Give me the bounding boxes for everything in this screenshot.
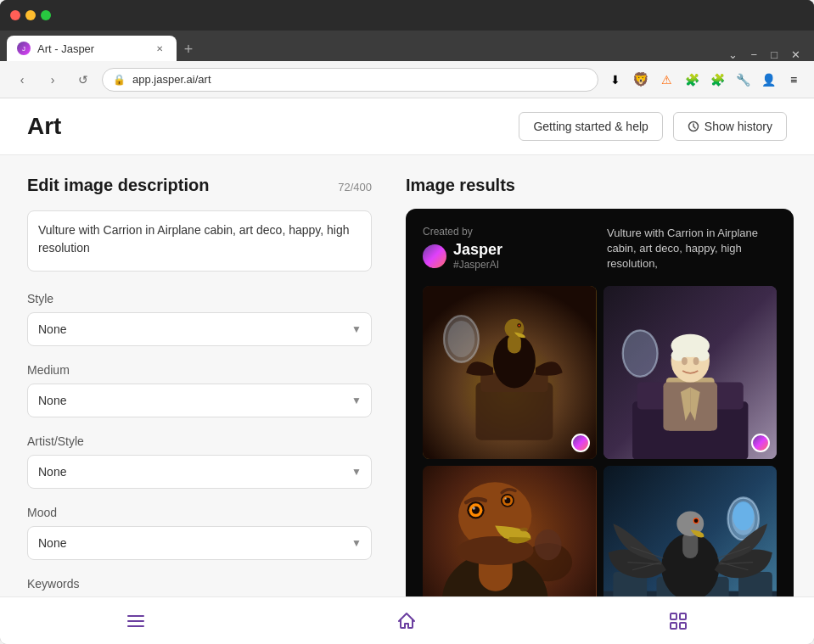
description-textarea[interactable]: Vulture with Carrion in Airplane cabin, …	[27, 210, 372, 272]
result-image-3[interactable]	[423, 466, 597, 596]
image-2-jasper-badge	[751, 434, 770, 452]
download-icon[interactable]: ⬇	[605, 70, 626, 90]
address-bar[interactable]: 🔒 app.jasper.ai/art	[102, 68, 598, 92]
right-panel: Image results Created by Jasper #JasperA…	[399, 155, 814, 596]
svg-point-42	[733, 501, 754, 530]
brave-lion-icon[interactable]: 🦁	[631, 70, 651, 90]
result-image-2[interactable]	[603, 286, 778, 460]
keywords-label: Keywords	[27, 577, 372, 591]
window-close-button[interactable]: ✕	[791, 48, 800, 61]
bottom-home-button[interactable]	[373, 604, 441, 638]
lock-icon: 🔒	[113, 74, 126, 86]
page-content: Art Getting started & help Show history …	[0, 98, 814, 644]
tab-favicon: J	[17, 42, 31, 55]
keywords-field-group: Keywords None ▼	[27, 577, 372, 596]
image-results-card: Created by Jasper #JasperAI Vulture with…	[406, 209, 794, 596]
vulture-seat-image	[423, 286, 597, 460]
mood-select[interactable]: None	[27, 526, 372, 560]
style-select-wrapper: None ▼	[27, 312, 372, 346]
artist-style-select[interactable]: None	[27, 455, 372, 489]
svg-point-22	[693, 357, 699, 365]
result-image-1[interactable]	[423, 286, 597, 460]
prompt-display-text: Vulture with Carrion in Airplane cabin, …	[607, 226, 777, 272]
extension-2-icon[interactable]: 🧩	[707, 70, 727, 90]
artist-style-field-group: Artist/Style None ▼	[27, 434, 372, 489]
svg-point-3	[448, 320, 475, 356]
extension-1-icon[interactable]: 🧩	[682, 70, 702, 90]
window-maximize-button[interactable]: □	[771, 48, 778, 61]
back-button[interactable]: ‹	[10, 68, 34, 92]
bottom-grid-button[interactable]	[644, 604, 712, 638]
browser-frame: J Art - Jasper ✕ + ⌄ − □ ✕ ‹ › ↺ 🔒 app.j…	[0, 0, 814, 644]
tab-close-button[interactable]: ✕	[153, 42, 166, 55]
main-layout: Edit image description 72/400 Vulture wi…	[0, 155, 814, 596]
vulture-wings-image	[603, 466, 778, 596]
page-title: Art	[27, 113, 61, 154]
refresh-button[interactable]: ↺	[71, 68, 95, 92]
new-tab-button[interactable]: +	[177, 37, 200, 61]
jasper-brand: Jasper #JasperAI	[453, 241, 502, 271]
artist-style-select-wrapper: None ▼	[27, 455, 372, 489]
svg-point-21	[682, 357, 688, 365]
hamburger-menu-icon	[126, 611, 146, 631]
jasper-logo-icon	[423, 244, 446, 268]
forward-button[interactable]: ›	[41, 68, 65, 92]
svg-point-34	[473, 507, 475, 509]
page-header: Art Getting started & help Show history	[0, 98, 814, 155]
svg-point-38	[505, 498, 507, 500]
medium-select[interactable]: None	[27, 384, 372, 417]
getting-started-button[interactable]: Getting started & help	[519, 112, 662, 141]
style-field-group: Style None ▼	[27, 292, 372, 346]
svg-point-25	[535, 529, 562, 560]
show-history-button[interactable]: Show history	[673, 112, 787, 141]
artist-style-label: Artist/Style	[27, 434, 372, 448]
creator-info: Created by Jasper #JasperAI	[423, 226, 502, 271]
jasper-logo-row: Jasper #JasperAI	[423, 241, 502, 271]
bottom-menu-button[interactable]	[102, 604, 170, 638]
svg-rect-55	[671, 623, 676, 629]
jasper-tag: #JasperAI	[453, 259, 502, 271]
person-airplane-image	[603, 286, 778, 460]
maximize-window-button[interactable]	[41, 10, 51, 20]
image-results-title: Image results	[406, 176, 794, 195]
medium-label: Medium	[27, 363, 372, 377]
home-icon	[396, 611, 417, 631]
tab-controls: ⌄ − □ ✕	[728, 48, 807, 61]
url-text: app.jasper.ai/art	[132, 73, 211, 86]
medium-select-wrapper: None ▼	[27, 384, 372, 417]
jasper-name: Jasper	[453, 241, 502, 259]
style-select[interactable]: None	[27, 312, 372, 346]
svg-point-10	[518, 324, 519, 326]
window-minimize-button[interactable]: −	[751, 48, 758, 61]
char-count: 72/400	[338, 181, 372, 193]
result-image-4[interactable]	[603, 466, 778, 596]
svg-rect-53	[671, 613, 676, 619]
bottom-navigation	[0, 596, 814, 644]
tabs-minimize-icon[interactable]: ⌄	[728, 48, 738, 61]
svg-point-30	[520, 528, 528, 532]
mood-label: Mood	[27, 506, 372, 519]
close-window-button[interactable]	[10, 10, 20, 20]
vpn-icon[interactable]: ⚠	[656, 70, 676, 90]
browser-titlebar	[0, 0, 814, 31]
active-tab[interactable]: J Art - Jasper ✕	[7, 36, 177, 61]
left-panel: Edit image description 72/400 Vulture wi…	[0, 155, 399, 596]
medium-field-group: Medium None ▼	[27, 363, 372, 417]
history-icon	[688, 120, 699, 132]
image-grid	[423, 286, 777, 596]
traffic-lights	[10, 10, 51, 20]
svg-point-12	[622, 330, 657, 377]
navigation-bar: ‹ › ↺ 🔒 app.jasper.ai/art ⬇ 🦁 ⚠ 🧩 🧩 🔧 👤 …	[0, 61, 814, 98]
svg-point-52	[693, 519, 698, 524]
menu-icon[interactable]: ≡	[783, 70, 804, 90]
extension-3-icon[interactable]: 🔧	[733, 70, 753, 90]
style-label: Style	[27, 292, 372, 305]
image-1-jasper-badge	[571, 434, 590, 452]
mood-field-group: Mood None ▼	[27, 506, 372, 560]
svg-rect-56	[680, 623, 686, 629]
minimize-window-button[interactable]	[25, 10, 36, 20]
tab-title: Art - Jasper	[37, 42, 94, 55]
profile-icon[interactable]: 👤	[758, 70, 778, 90]
nav-extras: ⬇ 🦁 ⚠ 🧩 🧩 🔧 👤 ≡	[605, 70, 804, 90]
svg-rect-54	[680, 613, 686, 619]
